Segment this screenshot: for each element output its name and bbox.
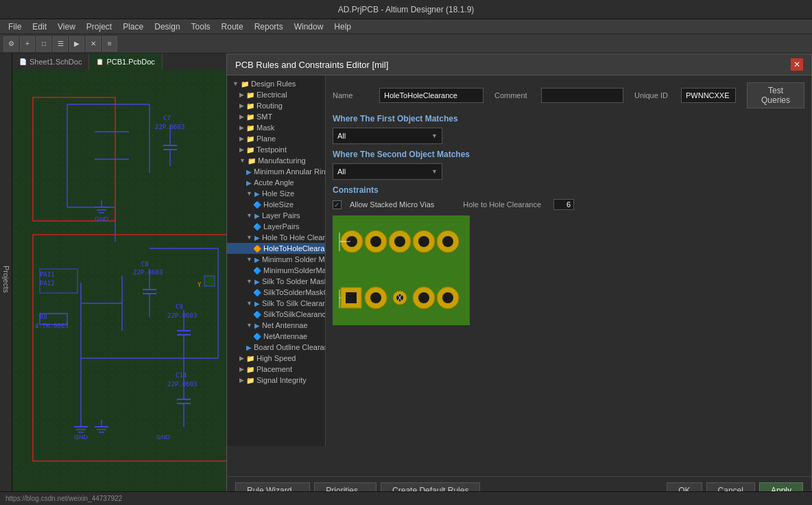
tree-label-min-solder: Minimum Solder Mask Sliver <box>262 255 326 263</box>
tree-board-outline[interactable]: ▶ Board Outline Clearance <box>227 342 325 353</box>
tree-label-mask: Mask <box>256 124 274 132</box>
tree-rule-icon-layer-pairs: ▶ <box>254 212 260 220</box>
allow-stacked-checkbox[interactable]: ✓ <box>333 200 342 209</box>
tree-label-net-ant: Net Antennae <box>262 321 308 329</box>
menu-route[interactable]: Route <box>216 21 249 33</box>
menu-edit[interactable]: Edit <box>27 21 52 33</box>
tree-layer-pairs[interactable]: ▼ ▶ Layer Pairs <box>227 210 325 221</box>
toolbar-btn-5[interactable]: ▶ <box>69 36 84 51</box>
tree-min-annular[interactable]: ▶ Minimum Annular Ring <box>227 166 325 177</box>
first-match-title: Where The First Object Matches <box>333 114 804 124</box>
tree-manufacturing[interactable]: ▼ 📁 Manufacturing <box>227 155 325 166</box>
toolbar-btn-7[interactable]: ≡ <box>102 36 117 51</box>
tree-electrical[interactable]: ▶ 📁 Electrical <box>227 89 325 100</box>
tree-arrow-silk-silk: ▼ <box>246 300 252 307</box>
menu-window[interactable]: Window <box>289 21 329 33</box>
label-c8: C8 <box>141 261 149 268</box>
tab-schematic[interactable]: 📄 Sheet1.SchDoc <box>12 54 89 70</box>
test-queries-button[interactable]: Test Queries <box>747 82 804 108</box>
tab-pcb[interactable]: 📋 PCB1.PcbDoc <box>89 54 162 70</box>
toolbar-btn-1[interactable]: ⚙ <box>3 36 19 51</box>
projects-panel[interactable]: Projects <box>0 54 12 505</box>
label-r8: R8 <box>40 314 47 320</box>
svg-point-61 <box>442 236 453 247</box>
tree-arrow-layer-pairs: ▼ <box>246 212 252 219</box>
tree-signal-integrity[interactable]: ▶ 📁 Signal Integrity <box>227 375 325 386</box>
tab-pcb-icon: 📋 <box>96 58 104 65</box>
menu-project[interactable]: Project <box>81 21 117 33</box>
tree-high-speed[interactable]: ▶ 📁 High Speed <box>227 353 325 364</box>
tree-folder-icon-manufacturing: 📁 <box>248 157 256 165</box>
label-r8-val: 4.7K.0603 <box>35 322 69 329</box>
tree-testpoint[interactable]: ▶ 📁 Testpoint <box>227 144 325 155</box>
tree-folder-icon-placement: 📁 <box>246 366 254 373</box>
tree-hole-size[interactable]: ▼ ▶ Hole Size <box>227 188 325 199</box>
tree-label-manufacturing: Manufacturing <box>258 156 306 165</box>
title-bar: AD.PrjPCB - Altium Designer (18.1.9) <box>0 0 812 19</box>
tree-label-layer-pairs: Layer Pairs <box>262 211 300 220</box>
toolbar-btn-4[interactable]: ☰ <box>53 36 68 51</box>
menu-place[interactable]: Place <box>117 21 149 33</box>
tree-rule-icon-silk-solder: ▶ <box>254 278 260 285</box>
tree-silktosilk-rule[interactable]: 🔷 SilkToSilkClearance <box>227 309 325 320</box>
tree-label-holesize: HoleSize <box>263 200 294 209</box>
tree-label-routing: Routing <box>256 102 283 110</box>
constraints-section: Constraints ✓ Allow Stacked Micro Vias H… <box>333 185 804 210</box>
tree-holetoholeclearance[interactable]: 🔶 HoleToHoleClearance* <box>227 243 325 254</box>
svg-rect-42 <box>204 276 215 286</box>
tree-arrow-placement: ▶ <box>239 366 244 373</box>
tree-silk-silk[interactable]: ▼ ▶ Silk To Silk Clearance <box>227 298 325 309</box>
menu-reports[interactable]: Reports <box>249 21 289 33</box>
menu-view[interactable]: View <box>52 21 81 33</box>
tree-design-rules[interactable]: ▼ 📁 Design Rules <box>227 78 325 89</box>
tree-acute-angle[interactable]: ▶ Acute Angle <box>227 177 325 188</box>
toolbar-btn-3[interactable]: □ <box>36 36 51 51</box>
tree-holesize[interactable]: 🔷 HoleSize <box>227 199 325 210</box>
tree-silk-solder-rule[interactable]: 🔷 SilkToSolderMaskClearance <box>227 287 325 298</box>
tree-label-silk-silk: Silk To Silk Clearance <box>262 299 326 307</box>
tree-net-antennae[interactable]: ▼ ▶ Net Antennae <box>227 320 325 331</box>
tree-label-design-rules: Design Rules <box>251 80 296 88</box>
tree-label-testpoint: Testpoint <box>256 145 287 154</box>
dialog-title-text: PCB Rules and Constraints Editor [mil] <box>235 60 388 70</box>
menu-design[interactable]: Design <box>149 21 185 33</box>
dialog-close-button[interactable]: ✕ <box>791 58 803 71</box>
tree-arrow-plane: ▶ <box>239 135 244 142</box>
tree-smt[interactable]: ▶ 📁 SMT <box>227 111 325 122</box>
tree-label-silktosilk: SilkToSilkClearance <box>263 310 326 318</box>
tree-label-electrical: Electrical <box>256 91 287 99</box>
menu-tools[interactable]: Tools <box>186 21 216 33</box>
label-c9: C9 <box>176 303 183 310</box>
second-match-combo[interactable]: All ▼ <box>333 163 442 180</box>
tree-rule-icon-silk-solder-r: 🔷 <box>253 289 261 296</box>
comment-input[interactable] <box>541 88 623 103</box>
tree-min-solder-rule[interactable]: 🔷 MinimumSolderMaskSliver <box>227 265 325 276</box>
name-input[interactable] <box>379 88 483 103</box>
tree-netantennae-rule[interactable]: 🔷 NetAntennae <box>227 331 325 342</box>
unique-id-input[interactable] <box>681 88 736 103</box>
tree-silk-solder[interactable]: ▼ ▶ Silk To Solder Mask Clearance <box>227 276 325 287</box>
first-match-combo[interactable]: All ▼ <box>333 128 442 144</box>
toolbar-btn-6[interactable]: ✕ <box>86 36 101 51</box>
menu-bar: File Edit View Project Place Design Tool… <box>0 19 812 34</box>
tree-rule-icon-silktosilk: 🔷 <box>253 311 261 318</box>
tree-plane[interactable]: ▶ 📁 Plane <box>227 133 325 144</box>
tree-placement[interactable]: ▶ 📁 Placement <box>227 364 325 375</box>
menu-file[interactable]: File <box>3 21 27 33</box>
label-c14: C14 <box>176 372 187 379</box>
tree-min-solder[interactable]: ▼ ▶ Minimum Solder Mask Sliver <box>227 254 325 265</box>
toolbar-btn-2[interactable]: + <box>20 36 35 51</box>
menu-help[interactable]: Help <box>329 21 357 33</box>
tree-hole-clearance[interactable]: ▼ ▶ Hole To Hole Clearance <box>227 232 325 243</box>
content-area: Name Comment Unique ID Test Queries Wher… <box>326 75 811 476</box>
tree-rule-icon-hole-clearance: ▶ <box>254 234 260 242</box>
tree-label-acute: Acute Angle <box>254 178 294 187</box>
tree-layerpairs[interactable]: 🔷 LayerPairs <box>227 221 325 232</box>
tree-rule-icon-silk-silk: ▶ <box>254 300 260 307</box>
tree-routing[interactable]: ▶ 📁 Routing <box>227 100 325 111</box>
tree-label-silk-solder: Silk To Solder Mask Clearance <box>262 277 326 285</box>
tree-folder-icon-testpoint: 📁 <box>246 146 254 154</box>
tree-mask[interactable]: ▶ 📁 Mask <box>227 122 325 133</box>
tree-label-netant: NetAntennae <box>263 332 307 340</box>
tree-folder-icon-signal: 📁 <box>246 377 254 384</box>
